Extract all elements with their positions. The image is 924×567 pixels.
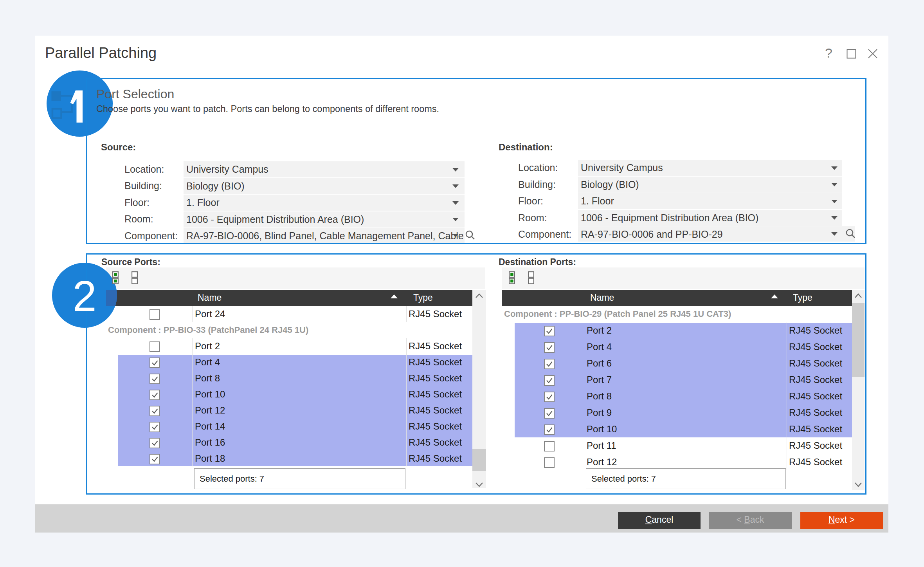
svg-text:?: ? <box>825 46 832 60</box>
